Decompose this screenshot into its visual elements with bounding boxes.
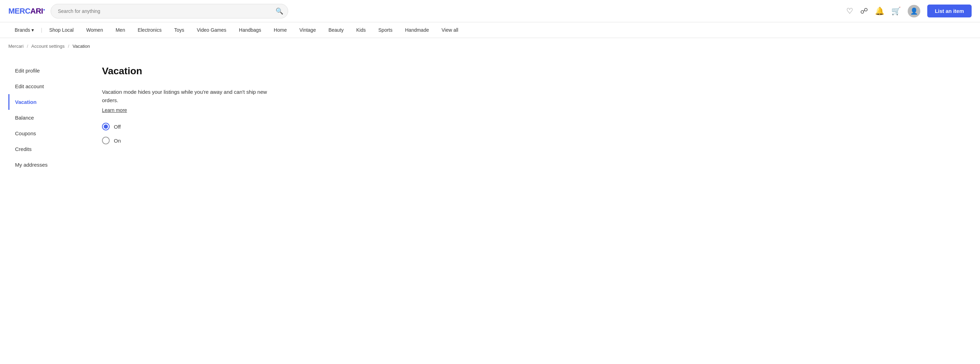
cart-icon[interactable]: 🛒 bbox=[891, 6, 901, 16]
nav-item-toys[interactable]: Toys bbox=[168, 22, 191, 38]
sidebar-item-edit-profile[interactable]: Edit profile bbox=[8, 63, 85, 78]
breadcrumb-account-settings[interactable]: Account settings bbox=[32, 44, 65, 49]
sidebar-item-my-addresses[interactable]: My addresses bbox=[8, 157, 85, 173]
sidebar-item-balance[interactable]: Balance bbox=[8, 110, 85, 125]
nav-item-view-all[interactable]: View all bbox=[435, 22, 465, 38]
nav-item-vintage[interactable]: Vintage bbox=[293, 22, 322, 38]
radio-option-on[interactable]: On bbox=[102, 137, 394, 144]
breadcrumb-sep-2: / bbox=[68, 44, 70, 49]
sidebar-item-coupons[interactable]: Coupons bbox=[8, 125, 85, 141]
list-item-button[interactable]: List an item bbox=[927, 5, 972, 17]
radio-off-label: Off bbox=[114, 124, 121, 130]
messages-icon[interactable]: ☍ bbox=[860, 6, 868, 16]
nav-item-men[interactable]: Men bbox=[109, 22, 131, 38]
nav-divider: | bbox=[40, 27, 43, 33]
breadcrumb: Mercari / Account settings / Vacation bbox=[0, 38, 980, 54]
nav-item-handbags[interactable]: Handbags bbox=[232, 22, 267, 38]
search-input[interactable] bbox=[51, 4, 288, 19]
header: MERCARI● 🔍 ♡ ☍ 🔔 🛒 👤 List an item bbox=[0, 0, 980, 22]
page-title: Vacation bbox=[102, 66, 394, 77]
search-icon: 🔍 bbox=[275, 7, 283, 15]
nav-item-kids[interactable]: Kids bbox=[350, 22, 372, 38]
nav-item-brands[interactable]: Brands ▾ bbox=[8, 22, 40, 38]
logo[interactable]: MERCARI● bbox=[8, 6, 45, 16]
main-layout: Edit profile Edit account Vacation Balan… bbox=[0, 54, 419, 173]
learn-more-link[interactable]: Learn more bbox=[102, 108, 127, 113]
nav-item-home[interactable]: Home bbox=[267, 22, 293, 38]
sidebar: Edit profile Edit account Vacation Balan… bbox=[8, 54, 85, 173]
nav-item-video-games[interactable]: Video Games bbox=[190, 22, 232, 38]
sidebar-item-vacation[interactable]: Vacation bbox=[8, 94, 85, 110]
nav-item-electronics[interactable]: Electronics bbox=[131, 22, 168, 38]
search-bar: 🔍 bbox=[51, 4, 288, 19]
vacation-description: Vacation mode hides your listings while … bbox=[102, 88, 277, 104]
nav-item-beauty[interactable]: Beauty bbox=[322, 22, 350, 38]
content-area: Vacation Vacation mode hides your listin… bbox=[85, 54, 411, 173]
nav-item-shop-local[interactable]: Shop Local bbox=[43, 22, 80, 38]
wishlist-icon[interactable]: ♡ bbox=[846, 6, 853, 16]
sidebar-item-credits[interactable]: Credits bbox=[8, 141, 85, 157]
radio-on-label: On bbox=[114, 138, 121, 144]
nav-item-women[interactable]: Women bbox=[80, 22, 109, 38]
radio-on-circle[interactable] bbox=[102, 137, 110, 144]
notifications-icon[interactable]: 🔔 bbox=[875, 6, 884, 16]
nav-item-handmade[interactable]: Handmade bbox=[399, 22, 436, 38]
breadcrumb-current: Vacation bbox=[73, 44, 90, 49]
breadcrumb-sep-1: / bbox=[27, 44, 28, 49]
header-icons: ♡ ☍ 🔔 🛒 👤 List an item bbox=[846, 5, 972, 17]
avatar[interactable]: 👤 bbox=[908, 5, 920, 17]
breadcrumb-mercari[interactable]: Mercari bbox=[8, 44, 24, 49]
sidebar-item-edit-account[interactable]: Edit account bbox=[8, 78, 85, 94]
main-nav: Brands ▾ | Shop Local Women Men Electron… bbox=[0, 22, 980, 38]
radio-off-circle[interactable] bbox=[102, 123, 110, 130]
nav-item-sports[interactable]: Sports bbox=[372, 22, 398, 38]
vacation-mode-options: Off On bbox=[102, 123, 394, 144]
radio-option-off[interactable]: Off bbox=[102, 123, 394, 130]
